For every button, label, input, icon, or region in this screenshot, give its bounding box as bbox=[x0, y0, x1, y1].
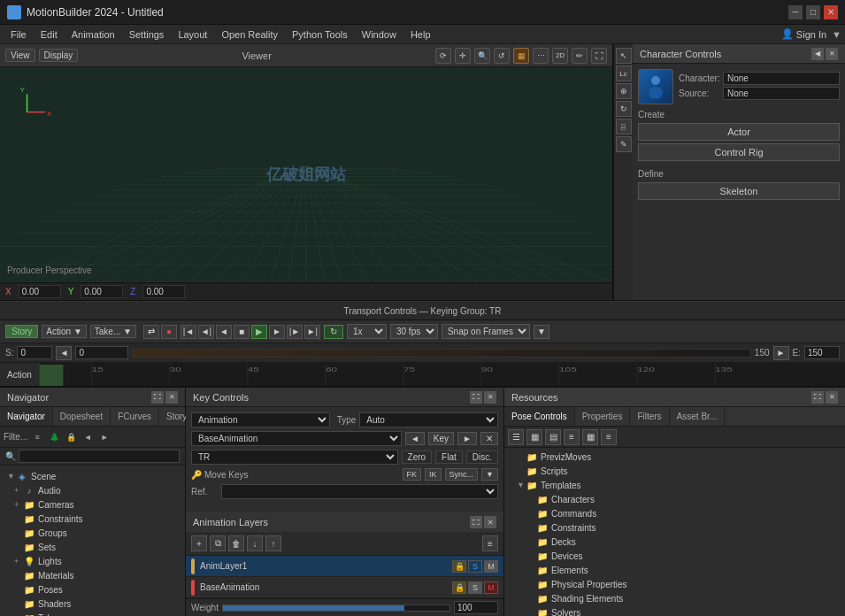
tab-properties[interactable]: Properties bbox=[575, 407, 631, 426]
weight-slider[interactable] bbox=[222, 604, 450, 612]
res-grid-btn[interactable]: ▦ bbox=[526, 429, 542, 445]
first-frame-btn[interactable]: |◄ bbox=[181, 325, 196, 339]
tab-asset-browser[interactable]: Asset Br... bbox=[670, 407, 726, 426]
last-frame-btn[interactable]: ►| bbox=[304, 325, 320, 339]
flat-btn[interactable]: Flat bbox=[435, 450, 463, 464]
tree-item-constraints[interactable]: 📁 Constraints bbox=[0, 512, 185, 526]
tab-dopesheet[interactable]: Dopesheet bbox=[53, 407, 111, 426]
res-menu-btn[interactable]: ≡ bbox=[601, 429, 617, 445]
tab-filters[interactable]: Filters bbox=[630, 407, 669, 426]
res-tree-btn[interactable]: ▤ bbox=[545, 429, 561, 445]
res-item-devices[interactable]: 📁 Devices bbox=[504, 549, 845, 563]
dots-icon[interactable]: ⋯ bbox=[533, 48, 549, 64]
tree-item-takes[interactable]: 📁 Takes bbox=[0, 611, 185, 616]
resources-expand-btn[interactable]: ⛶ bbox=[811, 391, 824, 404]
base-mute-icon[interactable]: M bbox=[484, 581, 498, 594]
base-solo-icon[interactable]: S bbox=[468, 581, 482, 594]
speed-select[interactable]: 1x2x0.5x bbox=[347, 324, 387, 339]
actor-button[interactable]: Actor bbox=[638, 123, 840, 141]
layer-delete-btn[interactable]: 🗑 bbox=[228, 535, 244, 551]
tree-item-shaders[interactable]: 📁 Shaders bbox=[0, 597, 185, 611]
tree-item-cameras[interactable]: + 📁 Cameras bbox=[0, 497, 185, 512]
frame-nav-left[interactable]: ◄ bbox=[56, 346, 72, 360]
layer-down-btn[interactable]: ↓ bbox=[247, 535, 263, 551]
close-button[interactable]: ✕ bbox=[824, 5, 838, 19]
tree-item-sets[interactable]: 📁 Sets bbox=[0, 540, 185, 554]
zoom-icon[interactable]: 🔍 bbox=[474, 48, 490, 64]
record-btn[interactable]: ● bbox=[161, 325, 177, 339]
key-btn[interactable]: Key bbox=[428, 432, 454, 445]
prev-key-btn[interactable]: ◄| bbox=[198, 325, 214, 339]
story-button[interactable]: Story bbox=[5, 325, 38, 338]
menu-arrow[interactable]: ▼ bbox=[832, 29, 841, 40]
z-coord[interactable] bbox=[142, 285, 185, 298]
key-delete-btn[interactable]: ✕ bbox=[480, 432, 498, 445]
key-controls-close-btn[interactable]: ✕ bbox=[484, 391, 496, 404]
tab-fcurves[interactable]: FCurves bbox=[111, 407, 159, 426]
y-coord[interactable] bbox=[81, 285, 123, 298]
start-frame-input[interactable] bbox=[17, 346, 52, 359]
menu-animation[interactable]: Animation bbox=[65, 27, 122, 42]
prev-frame-btn[interactable]: ◄ bbox=[216, 325, 232, 339]
display-button[interactable]: Display bbox=[39, 49, 79, 62]
tree-view-btn[interactable]: 🌲 bbox=[47, 430, 61, 444]
resources-close-btn[interactable]: ✕ bbox=[826, 391, 838, 404]
viewer-expand-icon[interactable]: ⛶ bbox=[591, 48, 607, 64]
ref-select[interactable] bbox=[221, 484, 498, 499]
minimize-button[interactable]: ─ bbox=[788, 5, 803, 19]
more-btn[interactable]: ▼ bbox=[481, 468, 498, 481]
res-item-shading[interactable]: 📁 Shading Elements bbox=[504, 591, 845, 605]
tab-navigator[interactable]: Navigator bbox=[0, 407, 53, 426]
navigator-expand-btn[interactable]: ⛶ bbox=[151, 391, 164, 404]
loop-mode-btn[interactable]: ↻ bbox=[324, 325, 343, 339]
anim1-mute-icon[interactable]: M bbox=[484, 560, 498, 573]
menu-settings[interactable]: Settings bbox=[122, 27, 172, 42]
res-item-templates[interactable]: ▼ 📁 Templates bbox=[504, 478, 845, 492]
fps-select[interactable]: 30 fps24 fps60 fps bbox=[390, 324, 438, 339]
take-dropdown[interactable]: Take... ▼ bbox=[90, 325, 136, 338]
search-input[interactable] bbox=[19, 450, 180, 463]
menu-python-tools[interactable]: Python Tools bbox=[285, 27, 355, 42]
animation-select[interactable]: Animation bbox=[191, 412, 330, 427]
control-rig-button[interactable]: Control Rig bbox=[638, 143, 840, 161]
ik-btn[interactable]: IK bbox=[425, 468, 442, 481]
base-lock-icon[interactable]: 🔒 bbox=[452, 581, 466, 594]
base-anim-select[interactable]: BaseAnimation bbox=[191, 431, 402, 446]
tree-item-materials[interactable]: 📁 Materials bbox=[0, 568, 185, 582]
timeline-expand-btn[interactable]: ▼ bbox=[534, 325, 549, 339]
rotate-icon[interactable]: ⟳ bbox=[435, 48, 451, 64]
frame-icon[interactable]: ▦ bbox=[513, 48, 529, 64]
key-right-btn[interactable]: ► bbox=[457, 432, 477, 445]
layer-add-btn[interactable]: + bbox=[191, 535, 207, 551]
res-details-btn[interactable]: ≡ bbox=[564, 429, 580, 445]
action-dropdown[interactable]: Action ▼ bbox=[42, 325, 86, 338]
zero-btn[interactable]: Zero bbox=[402, 450, 433, 464]
x-coord[interactable] bbox=[19, 285, 61, 298]
res-item-scripts[interactable]: 📁 Scripts bbox=[504, 464, 845, 478]
view-button[interactable]: View bbox=[5, 49, 35, 62]
res-item-solvers[interactable]: 📁 Solvers bbox=[504, 605, 845, 616]
anim-layers-close-btn[interactable]: ✕ bbox=[484, 516, 496, 528]
weight-input[interactable] bbox=[454, 601, 498, 614]
tree-item-groups[interactable]: 📁 Groups bbox=[0, 526, 185, 540]
signin-button[interactable]: 👤 Sign In bbox=[781, 28, 826, 40]
transform-tool-btn[interactable]: ⊕ bbox=[616, 83, 632, 99]
res-item-characters[interactable]: 📁 Characters bbox=[504, 492, 845, 506]
menu-open-reality[interactable]: Open Reality bbox=[214, 27, 285, 42]
end-frame-input[interactable] bbox=[804, 346, 840, 359]
next-frame-btn[interactable]: ► bbox=[269, 325, 285, 339]
orbit-icon[interactable]: ↺ bbox=[494, 48, 510, 64]
layer-up-btn[interactable]: ↑ bbox=[265, 535, 281, 551]
layer-row-anim1[interactable]: AnimLayer1 🔒 S M bbox=[186, 556, 503, 577]
res-item-res-constraints[interactable]: 📁 Constraints bbox=[504, 520, 845, 535]
key-controls-expand-btn[interactable]: ⛶ bbox=[470, 391, 482, 404]
menu-window[interactable]: Window bbox=[355, 27, 403, 42]
tree-item-scene[interactable]: ▼ ◈ Scene bbox=[0, 469, 185, 483]
layer-copy-btn[interactable]: ⧉ bbox=[210, 535, 226, 551]
stop-btn[interactable]: ■ bbox=[234, 325, 250, 339]
res-item-decks[interactable]: 📁 Decks bbox=[504, 535, 845, 549]
lcu-tool-btn[interactable]: Lc bbox=[616, 65, 632, 81]
fk-btn[interactable]: FK bbox=[403, 468, 422, 481]
tree-item-poses[interactable]: 📁 Poses bbox=[0, 582, 185, 597]
navigator-close-btn[interactable]: ✕ bbox=[165, 391, 178, 404]
